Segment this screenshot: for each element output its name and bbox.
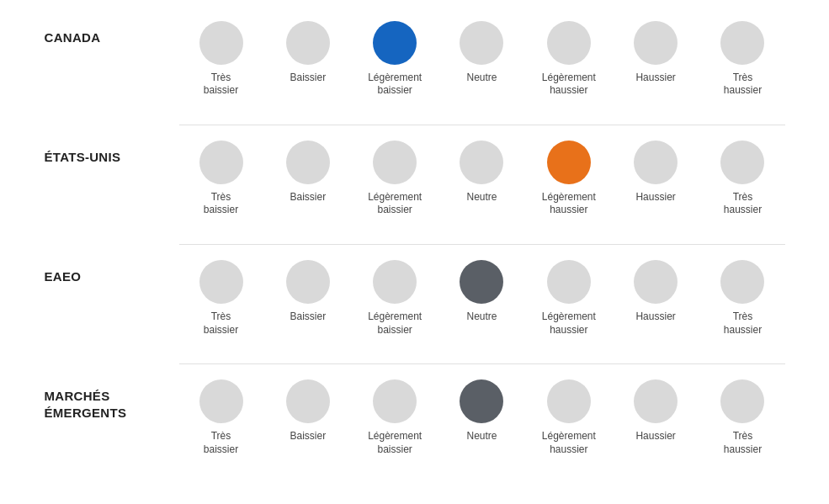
dot-column [614, 141, 698, 184]
column-label: Haussier [614, 310, 698, 337]
dot-column [527, 260, 611, 304]
dots-area: TrèsbaissierBaissierLégèrementbaissierNe… [179, 21, 785, 116]
dot-column [439, 260, 523, 304]
dot-column [614, 260, 698, 304]
row-label: CANADA [45, 21, 179, 46]
dots-area: TrèsbaissierBaissierLégèrementbaissierNe… [179, 260, 785, 355]
column-label: Légèrementhaussier [527, 72, 611, 98]
column-label: Trèshaussier [700, 430, 784, 456]
dots-row [179, 379, 785, 423]
column-label: Trèsbaissier [179, 72, 263, 98]
sentiment-dot [286, 21, 330, 65]
column-labels-row: TrèsbaissierBaissierLégèrementbaissierNe… [179, 72, 785, 98]
column-label: Baissier [266, 72, 350, 98]
column-label: Neutre [439, 310, 523, 337]
column-label: Haussier [614, 191, 698, 217]
sentiment-dot [547, 141, 591, 184]
sentiment-dot [199, 379, 243, 423]
sentiment-dot [634, 260, 678, 304]
column-label: Baissier [266, 430, 350, 456]
sentiment-dot [547, 21, 591, 65]
sentiment-dot [373, 141, 417, 184]
column-label: Baissier [266, 310, 350, 337]
sentiment-dot [720, 141, 764, 184]
column-label: Trèshaussier [700, 310, 784, 337]
dot-column [700, 379, 784, 423]
dot-column [179, 379, 263, 423]
dot-column [527, 379, 611, 423]
column-label: Légèrementbaissier [353, 310, 437, 337]
column-label: Légèrementhaussier [527, 310, 611, 337]
chart-row: MARCHÉSÉMERGENTSTrèsbaissierBaissierLégè… [45, 379, 785, 475]
row-label: ÉTATS-UNIS [45, 141, 179, 166]
dot-column [179, 141, 263, 184]
column-label: Trèsbaissier [179, 430, 263, 456]
sentiment-dot [460, 260, 503, 304]
column-label: Trèshaussier [700, 191, 784, 217]
column-label: Légèrementbaissier [353, 430, 437, 456]
dots-row [179, 260, 785, 304]
sentiment-dot [286, 379, 330, 423]
chart-row: ÉTATS-UNISTrèsbaissierBaissierLégèrement… [45, 141, 785, 236]
dot-column [700, 141, 784, 184]
sentiment-dot [634, 141, 678, 184]
column-label: Légèrementbaissier [353, 72, 437, 98]
sentiment-dot [720, 379, 764, 423]
dot-column [353, 21, 437, 65]
sentiment-dot [286, 260, 330, 304]
column-labels-row: TrèsbaissierBaissierLégèrementbaissierNe… [179, 430, 785, 456]
row-divider [179, 363, 785, 364]
dots-row [179, 21, 785, 65]
sentiment-dot [199, 260, 243, 304]
dots-area: TrèsbaissierBaissierLégèrementbaissierNe… [179, 379, 785, 475]
dot-column [527, 21, 611, 65]
row-divider [179, 125, 785, 125]
dot-column [439, 21, 523, 65]
column-label: Haussier [614, 430, 698, 456]
dot-column [614, 379, 698, 423]
dot-column [266, 379, 350, 423]
dot-column [179, 260, 263, 304]
dot-column [179, 21, 263, 65]
column-labels-row: TrèsbaissierBaissierLégèrementbaissierNe… [179, 191, 785, 217]
chart-row: CANADATrèsbaissierBaissierLégèrementbais… [45, 21, 785, 116]
dot-column [527, 141, 611, 184]
column-labels-row: TrèsbaissierBaissierLégèrementbaissierNe… [179, 310, 785, 337]
sentiment-dot [634, 21, 678, 65]
dots-area: TrèsbaissierBaissierLégèrementbaissierNe… [179, 141, 785, 236]
sentiment-dot [720, 260, 764, 304]
dot-column [353, 379, 437, 423]
column-label: Haussier [614, 72, 698, 98]
dot-column [353, 141, 437, 184]
column-label: Légèrementhaussier [527, 191, 611, 217]
dots-row [179, 141, 785, 184]
column-label: Neutre [439, 191, 523, 217]
sentiment-dot [547, 379, 591, 423]
dot-column [266, 21, 350, 65]
chart-row: EAEOTrèsbaissierBaissierLégèrementbaissi… [45, 260, 785, 355]
dot-column [700, 21, 784, 65]
row-label: EAEO [45, 260, 179, 285]
column-label: Neutre [439, 430, 523, 456]
sentiment-dot [460, 21, 503, 65]
sentiment-dot [460, 379, 503, 423]
row-divider [179, 244, 785, 245]
column-label: Trèsbaissier [179, 310, 263, 337]
dot-column [439, 379, 523, 423]
sentiment-dot [373, 379, 417, 423]
column-label: Trèshaussier [700, 72, 784, 98]
sentiment-dot [286, 141, 330, 184]
dot-column [266, 260, 350, 304]
sentiment-dot [460, 141, 503, 184]
column-label: Légèrementbaissier [353, 191, 437, 217]
dot-column [353, 260, 437, 304]
row-label: MARCHÉSÉMERGENTS [45, 379, 179, 421]
sentiment-dot [199, 21, 243, 65]
column-label: Légèrementhaussier [527, 430, 611, 456]
sentiment-dot [373, 21, 417, 65]
column-label: Trèsbaissier [179, 191, 263, 217]
dot-column [439, 141, 523, 184]
sentiment-dot [373, 260, 417, 304]
sentiment-dot [199, 141, 243, 184]
sentiment-chart: CANADATrèsbaissierBaissierLégèrementbais… [36, 4, 794, 501]
